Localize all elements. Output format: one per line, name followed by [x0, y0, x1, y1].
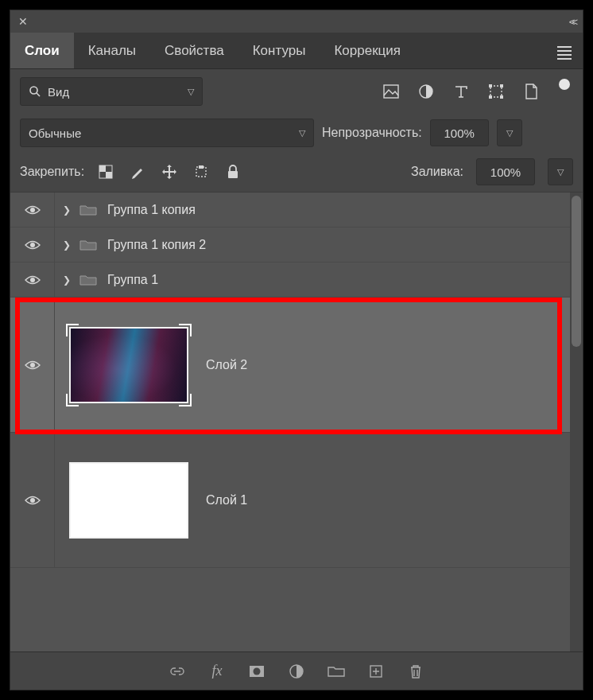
layer-name[interactable]: Слой 2 — [206, 358, 247, 372]
visibility-toggle[interactable] — [10, 228, 55, 262]
adjustment-filter-icon[interactable] — [417, 83, 435, 100]
tab-layers[interactable]: Слои — [10, 33, 74, 68]
svg-rect-10 — [99, 165, 106, 172]
tab-paths[interactable]: Контуры — [238, 33, 320, 68]
type-filter-icon[interactable] — [452, 83, 470, 100]
close-icon[interactable]: ✕ — [18, 15, 28, 28]
opacity-input[interactable]: 100% — [430, 119, 489, 146]
layer-name[interactable]: Группа 1 копия — [107, 203, 196, 217]
lock-all-icon[interactable] — [224, 163, 242, 181]
shape-filter-icon[interactable] — [487, 83, 505, 100]
tab-properties[interactable]: Свойства — [150, 33, 238, 68]
svg-rect-11 — [106, 172, 112, 178]
visibility-toggle[interactable] — [10, 433, 55, 567]
svg-point-0 — [30, 87, 37, 94]
lock-position-icon[interactable] — [161, 163, 178, 181]
search-icon — [29, 85, 41, 98]
fx-icon[interactable]: fx — [208, 663, 226, 680]
layer-thumbnail[interactable] — [69, 327, 188, 403]
layer-name[interactable]: Слой 1 — [206, 493, 247, 508]
layers-list: ❯ Группа 1 копия ❯ Группа 1 копия 2 ❯ — [10, 192, 583, 651]
expand-toggle[interactable]: ❯ — [55, 204, 79, 216]
lock-artboard-icon[interactable] — [192, 163, 210, 181]
svg-line-1 — [37, 93, 40, 96]
fill-chevron[interactable]: ▽ — [548, 158, 573, 185]
scroll-thumb[interactable] — [572, 196, 581, 347]
layer-filter-dropdown[interactable]: Вид ▽ — [20, 77, 203, 106]
panel-menu-icon[interactable] — [546, 33, 583, 68]
tab-channels[interactable]: Каналы — [74, 33, 150, 68]
folder-icon — [79, 203, 98, 217]
expand-toggle[interactable]: ❯ — [55, 274, 79, 286]
lock-transparency-icon[interactable] — [97, 163, 114, 181]
layer-thumbnail[interactable] — [69, 462, 188, 539]
collapse-icon[interactable]: << — [569, 16, 575, 28]
image-filter-icon[interactable] — [382, 83, 400, 100]
fill-input[interactable]: 100% — [476, 158, 535, 185]
fill-label: Заливка: — [411, 165, 463, 179]
lock-row: Закрепить: Заливка: 100% ▽ — [10, 152, 583, 192]
svg-rect-14 — [228, 171, 238, 178]
layer-row[interactable]: Слой 1 — [10, 433, 583, 568]
opacity-label: Непрозрачность: — [322, 126, 422, 140]
folder-icon — [79, 238, 98, 252]
panel-tabs: Слои Каналы Свойства Контуры Коррекция — [10, 33, 583, 69]
scrollbar[interactable] — [570, 192, 583, 651]
blend-mode-value: Обычные — [29, 126, 81, 140]
filter-toolbar: Вид ▽ — [10, 69, 583, 114]
trash-icon[interactable] — [407, 663, 424, 680]
adjustment-layer-icon[interactable] — [288, 663, 305, 680]
svg-rect-5 — [489, 84, 492, 88]
layers-panel: ✕ << Слои Каналы Свойства Контуры Коррек… — [10, 10, 583, 690]
svg-point-18 — [30, 363, 35, 368]
visibility-toggle[interactable] — [10, 298, 55, 432]
layer-group-row[interactable]: ❯ Группа 1 копия 2 — [10, 228, 583, 262]
svg-rect-8 — [500, 95, 503, 99]
layers-bottom-toolbar: fx — [10, 651, 583, 690]
svg-point-16 — [30, 243, 35, 247]
opacity-chevron[interactable]: ▽ — [497, 119, 522, 146]
new-layer-icon[interactable] — [367, 663, 385, 680]
layer-group-row[interactable]: ❯ Группа 1 — [10, 262, 583, 298]
svg-point-15 — [30, 208, 35, 212]
svg-point-21 — [254, 667, 261, 675]
visibility-toggle[interactable] — [10, 192, 55, 227]
svg-rect-13 — [199, 165, 203, 169]
lock-label: Закрепить: — [20, 165, 84, 179]
svg-point-19 — [30, 498, 35, 503]
svg-rect-4 — [490, 86, 502, 97]
layer-group-row[interactable]: ❯ Группа 1 копия — [10, 192, 583, 228]
svg-rect-2 — [384, 85, 398, 98]
smartobject-filter-icon[interactable] — [522, 83, 540, 100]
link-icon[interactable] — [169, 663, 186, 680]
group-icon[interactable] — [328, 663, 345, 680]
chevron-down-icon: ▽ — [299, 128, 305, 138]
panel-titlebar: ✕ << — [10, 10, 583, 33]
blend-row: Обычные ▽ Непрозрачность: 100% ▽ — [10, 114, 583, 152]
svg-rect-7 — [489, 95, 492, 99]
svg-point-17 — [30, 278, 35, 282]
mask-icon[interactable] — [248, 663, 265, 680]
chevron-down-icon: ▽ — [188, 87, 194, 97]
layer-row[interactable]: Слой 2 — [10, 298, 583, 433]
blend-mode-dropdown[interactable]: Обычные ▽ — [20, 119, 314, 147]
expand-toggle[interactable]: ❯ — [55, 239, 79, 251]
svg-rect-6 — [500, 84, 503, 88]
tab-adjustments[interactable]: Коррекция — [320, 33, 415, 68]
layer-name[interactable]: Группа 1 копия 2 — [107, 238, 206, 252]
filter-toggle[interactable] — [559, 79, 570, 90]
folder-icon — [79, 273, 98, 287]
filter-label: Вид — [48, 85, 69, 99]
lock-pixels-icon[interactable] — [129, 163, 146, 181]
visibility-toggle[interactable] — [10, 262, 55, 297]
layer-name[interactable]: Группа 1 — [107, 273, 158, 287]
